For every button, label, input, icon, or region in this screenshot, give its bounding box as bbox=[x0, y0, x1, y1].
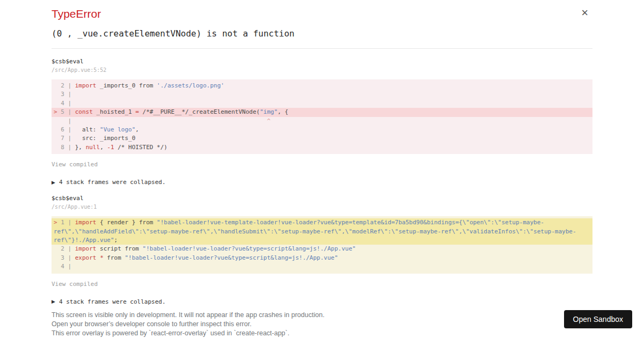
collapsed-frames-toggle[interactable]: ▶4 stack frames were collapsed. bbox=[52, 179, 166, 186]
code-line: 4 | bbox=[52, 99, 592, 108]
code-segment: 5 | bbox=[61, 108, 75, 115]
code-segment: "img" bbox=[260, 108, 277, 115]
error-title: TypeError bbox=[52, 8, 592, 20]
code-segment: alt: bbox=[75, 126, 100, 133]
code-segment: 3 | bbox=[54, 254, 75, 261]
footer-line: This screen is visible only in developme… bbox=[52, 311, 592, 320]
footer-line: This error overlay is powered by `react-… bbox=[52, 329, 592, 338]
code-line: > 5 | const _hoisted_1 = /*#__PURE__*/_c… bbox=[52, 108, 592, 116]
frame-function-name: $csb$eval bbox=[52, 195, 592, 202]
code-segment: export bbox=[75, 254, 97, 261]
code-segment: 4 | bbox=[54, 263, 71, 270]
code-line: 3 | bbox=[52, 90, 592, 99]
footer-note: This screen is visible only in developme… bbox=[52, 311, 592, 338]
frame-function-name: $csb$eval bbox=[52, 58, 592, 65]
open-sandbox-button[interactable]: Open Sandbox bbox=[564, 310, 632, 328]
code-segment: 7 | bbox=[54, 135, 75, 142]
code-segment: import bbox=[75, 245, 97, 252]
code-segment: | bbox=[54, 117, 75, 124]
code-segment: from bbox=[104, 254, 125, 261]
code-segment: import bbox=[75, 82, 97, 89]
code-segment: import bbox=[75, 219, 97, 226]
collapsed-frames-label: 4 stack frames were collapsed. bbox=[59, 298, 166, 305]
code-segment: 6 | bbox=[54, 126, 75, 133]
code-segment: 4 | bbox=[54, 100, 71, 107]
code-segment: 8 | bbox=[54, 144, 75, 151]
code-segment: src: _imports_0 bbox=[75, 135, 136, 142]
code-segment: null bbox=[86, 144, 100, 151]
code-line: 6 | alt: "Vue logo", bbox=[52, 126, 592, 134]
code-line: | ^ bbox=[52, 117, 592, 126]
frame-location: /src/App.vue:1 bbox=[52, 204, 592, 210]
collapsed-frames-label: 4 stack frames were collapsed. bbox=[59, 179, 166, 186]
code-block: 2 | import _imports_0 from './assets/log… bbox=[52, 79, 592, 154]
code-segment: /* HOISTED */) bbox=[114, 144, 167, 151]
code-line: 4 | bbox=[52, 262, 592, 271]
code-segment: }, bbox=[75, 144, 86, 151]
code-segment: ; bbox=[114, 237, 118, 244]
code-segment: "!babel-loader!vue-loader?vue&type=scrip… bbox=[125, 254, 338, 261]
code-segment: > bbox=[54, 108, 61, 115]
view-compiled-link[interactable]: View compiled bbox=[52, 161, 98, 168]
code-segment: , bbox=[135, 126, 139, 133]
error-overlay: × TypeError (0 , _vue.createElementVNode… bbox=[52, 0, 592, 338]
code-segment: /*#__PURE__*/_createElementVNode( bbox=[139, 108, 260, 115]
code-line: 2 | import _imports_0 from './assets/log… bbox=[52, 82, 592, 90]
code-segment: > bbox=[54, 219, 61, 226]
code-segment: 1 | bbox=[61, 219, 75, 226]
code-segment: , { bbox=[277, 108, 288, 115]
collapsed-frames-toggle[interactable]: ▶4 stack frames were collapsed. bbox=[52, 298, 166, 305]
code-segment: * bbox=[100, 254, 104, 261]
footer-line: Open your browser’s developer console to… bbox=[52, 320, 592, 329]
code-segment: "!babel-loader!vue-loader?vue&type=scrip… bbox=[143, 245, 356, 252]
stack-frame: $csb$eval/src/App.vue:5:52 2 | import _i… bbox=[52, 58, 592, 186]
code-segment: { render } from bbox=[97, 219, 157, 226]
code-block: > 1 | import { render } from "!babel-loa… bbox=[52, 216, 592, 273]
code-segment: _imports_0 from bbox=[97, 82, 157, 89]
code-segment: 2 | bbox=[54, 82, 75, 89]
code-line: 7 | src: _imports_0 bbox=[52, 134, 592, 143]
expand-triangle-icon: ▶ bbox=[52, 180, 55, 185]
view-compiled-link[interactable]: View compiled bbox=[52, 281, 98, 288]
error-message: (0 , _vue.createElementVNode) is not a f… bbox=[52, 28, 592, 39]
code-segment: const bbox=[75, 108, 93, 115]
close-icon[interactable]: × bbox=[581, 7, 588, 19]
code-line: 8 | }, null, -1 /* HOISTED */) bbox=[52, 143, 592, 152]
code-segment bbox=[75, 117, 267, 124]
code-segment: script from bbox=[97, 245, 143, 252]
code-segment: './assets/logo.png' bbox=[157, 82, 224, 89]
code-segment: 3 | bbox=[54, 91, 71, 98]
code-segment: _hoisted_1 bbox=[93, 108, 135, 115]
code-segment: ^ bbox=[267, 117, 270, 124]
frame-location: /src/App.vue:5:52 bbox=[52, 67, 592, 73]
stack-frame: $csb$eval/src/App.vue:1> 1 | import { re… bbox=[52, 195, 592, 305]
code-line: 3 | export * from "!babel-loader!vue-loa… bbox=[52, 254, 592, 262]
code-segment: -1 bbox=[107, 144, 114, 151]
code-segment: 2 | bbox=[54, 245, 75, 252]
code-segment: = bbox=[135, 108, 139, 115]
code-segment: "Vue logo" bbox=[100, 126, 135, 133]
code-line: 2 | import script from "!babel-loader!vu… bbox=[52, 245, 592, 253]
divider bbox=[52, 48, 592, 49]
code-line: > 1 | import { render } from "!babel-loa… bbox=[52, 218, 592, 245]
stack-frames: $csb$eval/src/App.vue:5:52 2 | import _i… bbox=[52, 58, 592, 305]
code-segment: , bbox=[100, 144, 107, 151]
expand-triangle-icon: ▶ bbox=[52, 299, 55, 304]
